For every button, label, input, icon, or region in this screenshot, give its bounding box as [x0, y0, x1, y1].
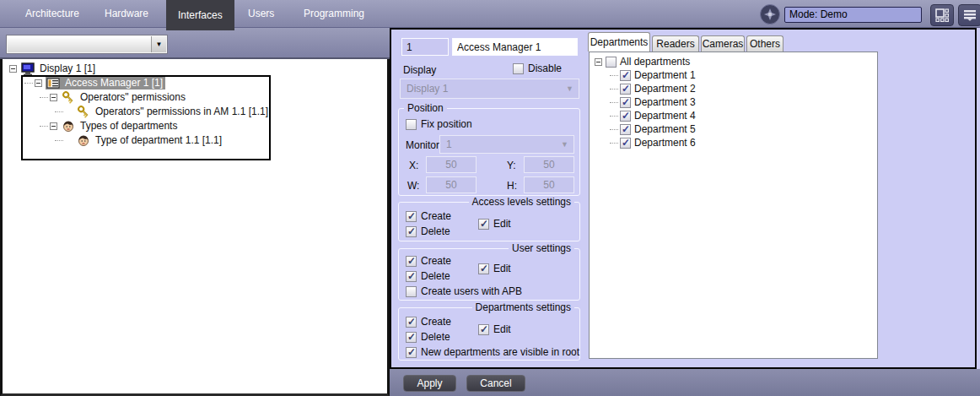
tree-row[interactable]: Display 1 [1] — [4, 62, 385, 76]
department-row[interactable]: All departments — [593, 55, 875, 68]
w-label: W: — [407, 180, 419, 192]
tree-row[interactable]: Type of department 1.1 [1.1] — [4, 133, 385, 148]
layout-grid-icon — [935, 8, 949, 22]
objects-tree-panel: Display 1 [1]Access Manager 1 [1]Operato… — [0, 59, 390, 396]
tree-row[interactable]: Access Manager 1 [1] — [4, 76, 385, 90]
hamburger-menu-icon — [963, 9, 977, 21]
tree-row[interactable]: Operators" permissions — [4, 90, 385, 105]
departments-visible-root-checkbox[interactable] — [406, 347, 417, 358]
tree-expander-minus[interactable] — [50, 122, 57, 130]
w-field[interactable]: 50 — [426, 176, 477, 193]
left-region: ▼ Display 1 [1]Access Manager 1 [1]Opera… — [0, 28, 390, 396]
access-levels-delete-checkbox[interactable] — [406, 226, 417, 237]
tab-others[interactable]: Others — [746, 35, 783, 52]
user-delete-checkbox[interactable] — [406, 271, 417, 282]
y-field[interactable]: 50 — [524, 156, 574, 173]
tree-node[interactable]: Operators" permissions — [61, 91, 188, 104]
user-edit-label: Edit — [493, 263, 511, 274]
departments-edit-checkbox[interactable] — [478, 324, 489, 335]
department-row[interactable]: Department 5 — [593, 122, 875, 136]
departments-delete-label: Delete — [421, 331, 450, 343]
tree-expander-minus[interactable] — [50, 94, 57, 101]
h-field[interactable]: 50 — [524, 176, 574, 193]
object-id-field[interactable] — [401, 38, 449, 56]
department-checkbox[interactable] — [620, 97, 631, 108]
monitor-select-value: 1 — [446, 138, 452, 150]
department-checkbox[interactable] — [620, 70, 631, 81]
tree-node-label: Operators" permissions — [78, 91, 188, 104]
tab-readers[interactable]: Readers — [652, 35, 699, 52]
tab-cameras[interactable]: Cameras — [701, 35, 745, 52]
tree-node[interactable]: Types of departments — [61, 120, 180, 133]
key-icon — [61, 91, 75, 104]
tree-node-selected[interactable]: Access Manager 1 [1] — [46, 77, 165, 90]
department-row[interactable]: Department 1 — [593, 68, 875, 82]
tree-connector — [610, 116, 618, 117]
department-label: Department 1 — [634, 69, 696, 81]
monitor-label: Monitor — [406, 139, 439, 151]
left-toolbar: ▼ — [0, 28, 390, 59]
tree-node[interactable]: Type of department 1.1 [1.1] — [76, 134, 224, 147]
create-users-with-apb-checkbox[interactable] — [406, 286, 417, 297]
create-users-with-apb-label: Create users with APB — [421, 285, 522, 297]
top-tab-programming[interactable]: Programming — [295, 0, 373, 27]
tree-node[interactable]: Operators" permissions in AM 1.1 [1.1] — [76, 106, 271, 118]
tree-row[interactable]: Types of departments — [4, 119, 385, 133]
department-checkbox[interactable] — [620, 84, 631, 95]
department-row[interactable]: Department 6 — [593, 136, 875, 149]
departments-create-checkbox[interactable] — [406, 317, 417, 328]
disable-checkbox[interactable] — [513, 63, 524, 74]
department-label: Department 5 — [634, 123, 696, 135]
x-label: X: — [409, 160, 418, 171]
department-row[interactable]: Department 4 — [593, 109, 875, 122]
access-manager-icon — [46, 77, 60, 90]
tree-connector — [40, 126, 48, 127]
tree-node[interactable]: Display 1 [1] — [20, 62, 98, 75]
object-name-field[interactable] — [452, 38, 578, 56]
display-select[interactable]: Display 1 ▼ — [400, 79, 579, 99]
h-label: H: — [507, 180, 517, 192]
top-tab-users[interactable]: Users — [240, 0, 283, 27]
top-tab-architecture[interactable]: Architecture — [17, 0, 88, 27]
department-checkbox[interactable] — [620, 111, 631, 122]
top-menu-bar: ArchitectureHardwareInterfacesUsersProgr… — [0, 0, 980, 28]
tree-expander-minus[interactable] — [9, 65, 17, 73]
tree-expander-minus[interactable] — [595, 58, 602, 66]
settings-region: Display Disable Display 1 ▼ Position Fix… — [390, 28, 980, 396]
menu-button[interactable] — [958, 4, 980, 26]
tree-node-label: Types of departments — [78, 120, 180, 133]
department-checkbox[interactable] — [620, 124, 631, 135]
display-icon — [20, 62, 35, 75]
access-levels-create-checkbox[interactable] — [406, 211, 417, 222]
apply-button[interactable]: Apply — [403, 375, 456, 392]
tree-expander-minus[interactable] — [35, 79, 42, 87]
user-create-label: Create — [421, 255, 451, 267]
user-edit-checkbox[interactable] — [478, 263, 489, 274]
position-group-title: Position — [404, 102, 447, 114]
top-tab-hardware[interactable]: Hardware — [96, 0, 157, 27]
cancel-button[interactable]: Cancel — [466, 375, 525, 392]
layout-grid-button[interactable] — [930, 4, 954, 26]
tree-row[interactable]: Operators" permissions in AM 1.1 [1.1] — [4, 105, 385, 119]
tree-filter-combobox[interactable]: ▼ — [7, 35, 167, 53]
monitor-select[interactable]: 1 ▼ — [439, 135, 574, 154]
mode-field[interactable]: Mode: Demo — [784, 7, 922, 23]
x-field[interactable]: 50 — [426, 156, 477, 173]
key-icon — [76, 106, 90, 118]
tree-connector — [55, 140, 63, 141]
tab-departments[interactable]: Departments — [588, 32, 650, 52]
department-checkbox[interactable] — [606, 57, 617, 68]
departments-delete-checkbox[interactable] — [406, 332, 417, 343]
top-tab-interfaces[interactable]: Interfaces — [166, 0, 234, 30]
department-row[interactable]: Department 3 — [593, 95, 875, 109]
combobox-dropdown-arrow-icon[interactable]: ▼ — [151, 36, 166, 52]
logo-icon[interactable] — [760, 4, 780, 24]
display-label: Display — [403, 64, 436, 76]
departments-tree-panel: All departmentsDepartment 1Department 2D… — [589, 52, 878, 359]
access-levels-edit-checkbox[interactable] — [478, 219, 489, 230]
user-create-checkbox[interactable] — [406, 256, 417, 267]
department-checkbox[interactable] — [620, 138, 631, 149]
tree-connector — [610, 143, 618, 144]
fix-position-checkbox[interactable] — [406, 119, 417, 130]
department-row[interactable]: Department 2 — [593, 82, 875, 95]
